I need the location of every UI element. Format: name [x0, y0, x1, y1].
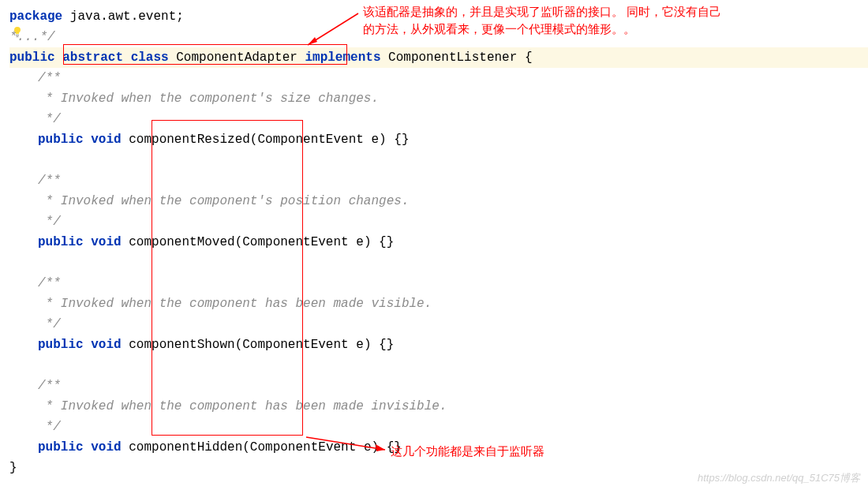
code-line: public void componentResized(ComponentEv…	[9, 129, 868, 150]
code-line: * Invoked when the component has been ma…	[9, 396, 868, 417]
code-line: * Invoked when the component's position …	[9, 191, 868, 211]
code-editor[interactable]: package java.awt.event; *...*/ public ab…	[0, 0, 868, 478]
svg-rect-0	[16, 35, 19, 36]
intention-bulb-icon[interactable]	[11, 26, 24, 39]
code-line: */	[9, 109, 868, 129]
code-line: /**	[9, 376, 868, 396]
code-line: /**	[9, 68, 868, 88]
code-line: * Invoked when the component's size chan…	[9, 88, 868, 109]
code-line-blank	[9, 252, 868, 273]
watermark: https://blog.csdn.net/qq_51C75博客	[698, 471, 860, 485]
code-line: public void componentMoved(ComponentEven…	[9, 232, 868, 252]
code-line: */	[9, 314, 868, 335]
code-line: */	[9, 417, 868, 437]
annotation-text: 这几个功能都是来自于监听器	[391, 444, 544, 459]
code-line: public void componentShown(ComponentEven…	[9, 335, 868, 355]
code-line: /**	[9, 170, 868, 191]
code-line-class-decl: public abstract class ComponentAdapter i…	[9, 47, 868, 68]
svg-rect-1	[17, 36, 19, 37]
code-line-blank	[9, 150, 868, 170]
code-line-blank	[9, 355, 868, 376]
code-line: /**	[9, 273, 868, 294]
annotation-text: 该适配器是抽象的，并且是实现了监听器的接口。 同时，它没有自己 的方法，从外观看…	[363, 3, 721, 38]
code-line: */	[9, 211, 868, 232]
code-line: * Invoked when the component has been ma…	[9, 294, 868, 314]
